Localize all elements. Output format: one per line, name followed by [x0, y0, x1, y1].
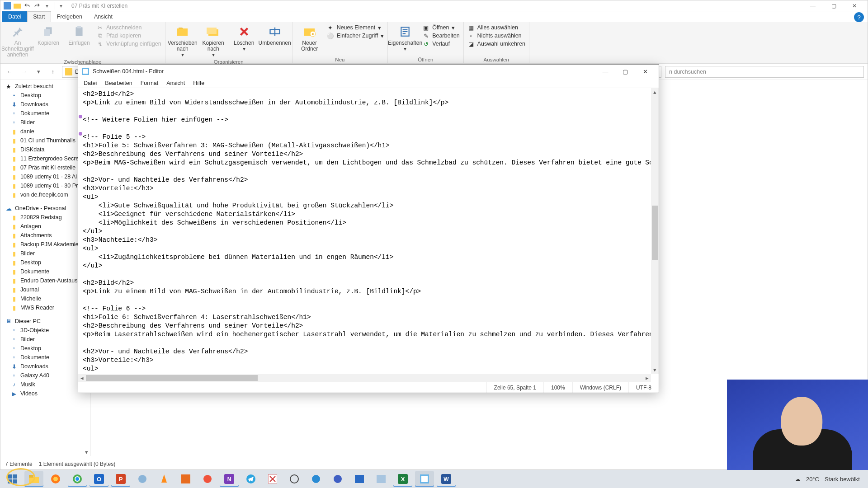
taskbar-app[interactable] — [372, 471, 391, 487]
back-button[interactable]: ← — [4, 66, 15, 77]
tab-start[interactable]: Start — [27, 11, 51, 22]
tree-item[interactable]: ▮01 CI und Thumbnails — [0, 136, 90, 145]
menu-format[interactable]: Format — [137, 79, 162, 87]
recent-dropdown[interactable]: ▾ — [33, 66, 44, 77]
tree-item[interactable]: ♪Musik — [0, 380, 90, 389]
np-minimize-button[interactable]: — — [595, 65, 615, 78]
taskbar-firefox[interactable] — [46, 471, 65, 487]
tree-item[interactable]: ▮Dokumente — [0, 267, 90, 276]
tree-item[interactable]: ⬇Downloads — [0, 362, 90, 371]
taskbar-app[interactable] — [263, 471, 282, 487]
forward-button[interactable]: → — [19, 66, 29, 77]
taskbar-app[interactable] — [133, 471, 152, 487]
taskbar-vlc[interactable] — [155, 471, 174, 487]
taskbar-onenote[interactable]: N — [220, 471, 239, 487]
delete-button[interactable]: Löschen▾ — [231, 24, 258, 52]
properties-button[interactable]: Eigenschaften▾ — [392, 24, 419, 52]
horizontal-scrollbar[interactable]: ◂ ▸ — [78, 374, 651, 382]
navigation-tree[interactable]: ★Zuletzt besucht ▪Desktop ⬇Downloads ▫Do… — [0, 80, 91, 456]
scroll-right-icon[interactable]: ▸ — [643, 374, 651, 382]
pin-quickaccess-button[interactable]: An Schnellzugriff anheften — [4, 24, 31, 58]
start-button[interactable] — [3, 471, 22, 487]
tree-scroll-down[interactable]: ▾ — [83, 449, 90, 455]
notepad-titlebar[interactable]: Schweißen 004.html - Editor — ▢ ✕ — [78, 65, 659, 78]
undo-icon[interactable] — [23, 2, 31, 10]
tab-share[interactable]: Freigeben — [51, 11, 88, 22]
copy-path-button[interactable]: ⧉Pfad kopieren — [96, 32, 161, 39]
tree-item[interactable]: ▮07 Präs mit KI erstelle — [0, 163, 90, 172]
scroll-down-icon[interactable]: ▾ — [651, 366, 659, 374]
history-button[interactable]: ↺Verlauf — [422, 40, 459, 47]
tree-item[interactable]: ▮1089 udemy 01 - 28 Al — [0, 172, 90, 181]
taskbar-chrome[interactable] — [68, 471, 87, 487]
tree-item[interactable]: ▮Anlagen — [0, 222, 90, 231]
copy-button[interactable]: Kopieren — [35, 24, 62, 46]
paste-button[interactable]: Einfügen — [66, 24, 93, 46]
tab-file[interactable]: Datei — [2, 11, 27, 22]
tree-item[interactable]: ▮Attachments — [0, 231, 90, 240]
notepad-text-area[interactable]: <h2>Bild</h2> <p>Link zu einem Bild von … — [83, 90, 651, 374]
tree-item[interactable]: ▮Michelle — [0, 294, 90, 303]
tree-item[interactable]: ⬇Downloads — [0, 100, 90, 109]
taskbar-powerpoint[interactable]: P — [111, 471, 130, 487]
tree-item[interactable]: ▫3D-Objekte — [0, 326, 90, 335]
tree-item[interactable]: ▮Bilder — [0, 249, 90, 258]
paste-shortcut-button[interactable]: ↯Verknüpfung einfügen — [96, 40, 161, 47]
redo-icon[interactable] — [33, 2, 41, 10]
np-maximize-button[interactable]: ▢ — [615, 65, 635, 78]
tree-this-pc[interactable]: 🖥Dieser PC — [0, 317, 90, 326]
copy-to-button[interactable]: Kopieren nach▾ — [200, 24, 227, 58]
taskbar-app[interactable] — [350, 471, 369, 487]
invert-selection-button[interactable]: ◪Auswahl umkehren — [467, 40, 525, 47]
tree-item[interactable]: ▮danie — [0, 127, 90, 136]
cut-button[interactable]: ✂Ausschneiden — [96, 24, 161, 31]
taskbar-app[interactable] — [307, 471, 326, 487]
help-icon[interactable]: ? — [854, 12, 864, 22]
tree-item[interactable]: ▫Desktop — [0, 344, 90, 353]
tab-view[interactable]: Ansicht — [88, 11, 118, 22]
tree-item[interactable]: ▫Galaxy A40 — [0, 371, 90, 380]
tree-onedrive[interactable]: ☁OneDrive - Personal — [0, 204, 90, 213]
tree-item[interactable]: ▮Desktop — [0, 258, 90, 267]
taskbar-outlook[interactable]: O — [90, 471, 108, 487]
close-button[interactable]: ✕ — [844, 0, 865, 11]
tree-item[interactable]: ▮Journal — [0, 285, 90, 294]
vertical-scrollbar[interactable]: ▴ ▾ — [651, 88, 659, 374]
taskbar-telegram[interactable] — [241, 471, 260, 487]
edit-button[interactable]: ✎Bearbeiten — [422, 32, 459, 39]
tree-item[interactable]: ▮von de.freepik.com — [0, 190, 90, 199]
select-none-button[interactable]: ▫Nichts auswählen — [467, 32, 525, 39]
taskbar-word[interactable]: W — [437, 471, 456, 487]
chevron-down-icon[interactable]: ▾ — [57, 2, 65, 10]
up-button[interactable]: ↑ — [47, 66, 58, 77]
tree-item[interactable]: ▪Desktop — [0, 91, 90, 100]
tree-item[interactable]: ▮DISKdata — [0, 145, 90, 154]
tree-item[interactable]: ▮220829 Redstag — [0, 213, 90, 222]
move-to-button[interactable]: Verschieben nach▾ — [169, 24, 196, 58]
tree-item[interactable]: ▶Videos — [0, 389, 90, 398]
np-close-button[interactable]: ✕ — [635, 65, 655, 78]
menu-help[interactable]: Hilfe — [189, 79, 208, 87]
new-item-button[interactable]: ✦Neues Element▾ — [327, 24, 384, 31]
tree-item[interactable]: ▫Dokumente — [0, 109, 90, 118]
tree-item[interactable]: ▫Bilder — [0, 118, 90, 127]
taskbar-app[interactable] — [176, 471, 195, 487]
tree-item[interactable]: ▫Bilder — [0, 335, 90, 344]
scroll-thumb[interactable] — [86, 375, 258, 381]
taskbar-app[interactable] — [198, 471, 217, 487]
new-folder-button[interactable]: ✦Neuer Ordner — [296, 24, 323, 52]
maximize-button[interactable]: ▢ — [823, 0, 844, 11]
search-input[interactable]: n durchsuchen — [665, 66, 864, 78]
system-tray[interactable]: ☁ 20°C Stark bewölkt — [795, 476, 865, 483]
open-button[interactable]: ▣Öffnen▾ — [422, 24, 459, 31]
dropdown-icon[interactable]: ▾ — [43, 2, 51, 10]
menu-file[interactable]: Datei — [80, 79, 100, 87]
tree-item[interactable]: ▫Dokumente — [0, 353, 90, 362]
tree-item[interactable]: ▮Backup PJM Akademie — [0, 240, 90, 249]
scroll-thumb[interactable] — [652, 206, 658, 260]
rename-button[interactable]: Umbenennen — [261, 24, 288, 46]
tree-item[interactable]: ▮1089 udemy 01 - 30 Pr — [0, 181, 90, 190]
taskbar-app[interactable] — [285, 471, 304, 487]
scroll-up-icon[interactable]: ▴ — [651, 88, 659, 96]
tree-item[interactable]: ▮Enduro Daten-Austaus — [0, 276, 90, 285]
